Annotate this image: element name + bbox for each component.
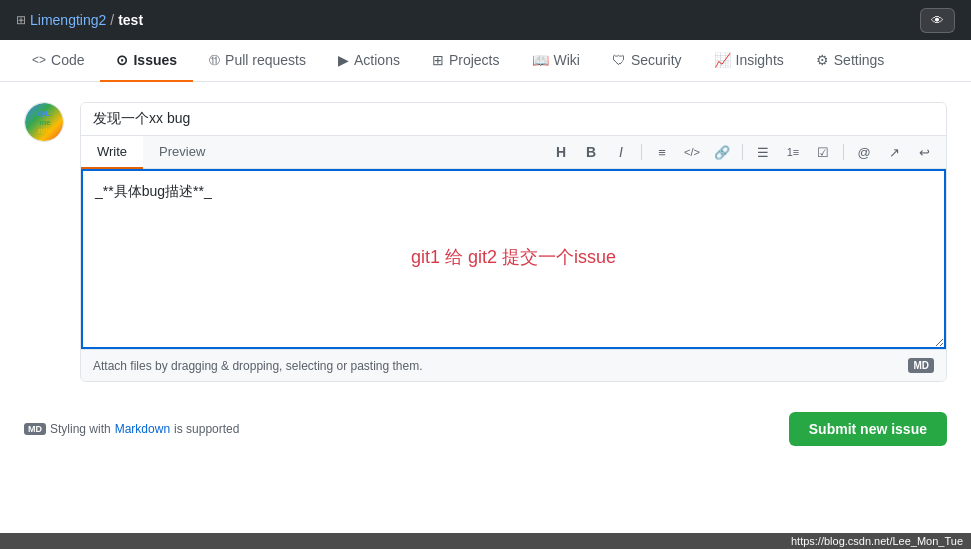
avatar-text3: ntin [38, 127, 53, 136]
task-button[interactable]: ☑ [809, 139, 837, 165]
tab-wiki-label: Wiki [554, 52, 580, 68]
ref-button[interactable]: ↗ [880, 139, 908, 165]
actions-icon: ▶ [338, 52, 349, 68]
tab-security-label: Security [631, 52, 682, 68]
tab-insights-label: Insights [736, 52, 784, 68]
editor-actions: H B I ≡ </> 🔗 [539, 139, 946, 165]
repo-separator: / [110, 12, 114, 28]
tab-pr-label: Pull requests [225, 52, 306, 68]
link-button[interactable]: 🔗 [708, 139, 736, 165]
markdown-link[interactable]: Markdown [115, 422, 170, 436]
tab-issues[interactable]: ⊙ Issues [100, 40, 193, 82]
tab-code-label: Code [51, 52, 84, 68]
toolbar-divider-1 [641, 144, 642, 160]
tab-pull-requests[interactable]: ⑪ Pull requests [193, 40, 322, 82]
repo-name[interactable]: test [118, 12, 143, 28]
mention-button[interactable]: @ [850, 139, 878, 165]
md-badge: MD [908, 358, 934, 373]
undo-button[interactable]: ↩ [910, 139, 938, 165]
status-url: https://blog.csdn.net/Lee_Mon_Tue [791, 535, 963, 547]
markdown-supported-text: Styling with [50, 422, 111, 436]
toolbar-divider-2 [742, 144, 743, 160]
settings-icon: ⚙ [816, 52, 829, 68]
projects-icon: ⊞ [432, 52, 444, 68]
submit-new-issue-button[interactable]: Submit new issue [789, 412, 947, 446]
repo-title: ⊞ Limengting2 / test [16, 12, 143, 28]
tab-actions[interactable]: ▶ Actions [322, 40, 416, 82]
attach-text: Attach files by dragging & dropping, sel… [93, 359, 423, 373]
watch-button[interactable]: 👁 [920, 8, 955, 33]
markdown-supported-text2: is supported [174, 422, 239, 436]
md-small-badge: MD [24, 423, 46, 435]
bold-button[interactable]: B [577, 139, 605, 165]
issue-title-input[interactable] [81, 103, 946, 136]
tab-wiki[interactable]: 📖 Wiki [516, 40, 596, 82]
avatar-image: @L. me ntin [25, 103, 64, 142]
preview-tab-label: Preview [159, 144, 205, 159]
toolbar-divider-3 [843, 144, 844, 160]
heading-icon: H [556, 144, 566, 160]
ul-button[interactable]: ☰ [749, 139, 777, 165]
wiki-icon: 📖 [532, 52, 549, 68]
tab-projects-label: Projects [449, 52, 500, 68]
editor-tabs: Write Preview [81, 136, 221, 168]
pr-icon: ⑪ [209, 53, 220, 68]
tab-issues-label: Issues [133, 52, 177, 68]
attach-area: Attach files by dragging & dropping, sel… [81, 349, 946, 381]
ul-icon: ☰ [757, 145, 769, 160]
avatar: @L. me ntin [24, 102, 64, 142]
editor-toolbar: Write Preview H B I ≡ [81, 136, 946, 169]
markdown-note: MD Styling with Markdown is supported [24, 422, 239, 436]
undo-icon: ↩ [919, 145, 930, 160]
italic-icon: I [619, 144, 623, 160]
issues-icon: ⊙ [116, 52, 128, 68]
repo-icon: ⊞ [16, 13, 26, 27]
status-bar: https://blog.csdn.net/Lee_Mon_Tue [0, 533, 971, 549]
code-icon: </> [684, 146, 700, 158]
insights-icon: 📈 [714, 52, 731, 68]
top-bar-right: 👁 [920, 8, 955, 33]
code-button[interactable]: </> [678, 139, 706, 165]
bottom-bar: MD Styling with Markdown is supported Su… [0, 402, 971, 456]
eye-icon: 👁 [931, 13, 944, 28]
nav-tabs: <> Code ⊙ Issues ⑪ Pull requests ▶ Actio… [0, 40, 971, 82]
tab-projects[interactable]: ⊞ Projects [416, 40, 516, 82]
write-tab[interactable]: Write [81, 136, 143, 169]
preview-tab[interactable]: Preview [143, 136, 221, 169]
bold-icon: B [586, 144, 596, 160]
link-icon: 🔗 [714, 145, 730, 160]
issue-form: Write Preview H B I ≡ [80, 102, 947, 382]
issue-body-textarea[interactable]: _**具体bug描述**_ [81, 169, 946, 349]
italic-button[interactable]: I [607, 139, 635, 165]
tab-code[interactable]: <> Code [16, 40, 100, 82]
task-icon: ☑ [817, 145, 829, 160]
tab-insights[interactable]: 📈 Insights [698, 40, 800, 82]
quote-button[interactable]: ≡ [648, 139, 676, 165]
security-icon: 🛡 [612, 52, 626, 68]
code-icon: <> [32, 53, 46, 67]
mention-icon: @ [857, 145, 870, 160]
heading-button[interactable]: H [547, 139, 575, 165]
tab-settings[interactable]: ⚙ Settings [800, 40, 901, 82]
ol-button[interactable]: 1≡ [779, 139, 807, 165]
tab-actions-label: Actions [354, 52, 400, 68]
repo-owner[interactable]: Limengting2 [30, 12, 106, 28]
write-tab-label: Write [97, 144, 127, 159]
ol-icon: 1≡ [787, 146, 800, 158]
top-bar: ⊞ Limengting2 / test 👁 [0, 0, 971, 40]
tab-security[interactable]: 🛡 Security [596, 40, 698, 82]
quote-icon: ≡ [658, 145, 666, 160]
ref-icon: ↗ [889, 145, 900, 160]
tab-settings-label: Settings [834, 52, 885, 68]
main-content: @L. me ntin Write Preview H [0, 82, 971, 402]
textarea-wrapper: _**具体bug描述**_ git1 给 git2 提交一个issue [81, 169, 946, 349]
